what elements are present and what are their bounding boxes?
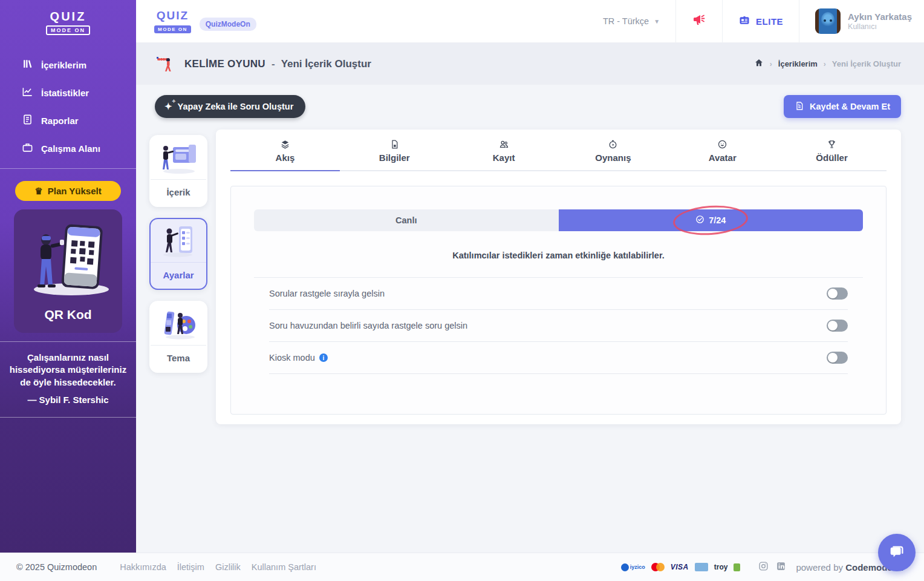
sidebar-logo: QUIZ MODE ON <box>0 0 136 41</box>
quote-author: — Sybil F. Stershic <box>5 395 131 405</box>
breadcrumb: › İçeriklerim › Yeni İçerik Oluştur <box>754 58 901 70</box>
info-icon[interactable]: i <box>319 353 328 362</box>
sparkles-icon: ✦ <box>164 101 172 112</box>
setting-label: Sorular rastgele sırayla gelsin <box>269 289 385 298</box>
footer-link-privacy[interactable]: Gizlilik <box>215 562 241 572</box>
sidebar: QUIZ MODE ON İçeriklerim İstatistikler R… <box>0 0 136 553</box>
chart-line-icon <box>22 86 33 99</box>
footer-link-terms[interactable]: Kullanım Şartları <box>252 562 316 572</box>
avatar <box>815 8 841 34</box>
logo-subtext: MODE ON <box>154 25 191 33</box>
game-type-title: KELİME OYUNU <box>184 58 265 70</box>
save-continue-button[interactable]: Kaydet & Devam Et <box>784 95 901 118</box>
sidebar-item-label: İstatistikler <box>41 88 89 98</box>
tab-gameplay[interactable]: Oynanış <box>558 130 668 171</box>
topbar: QUIZ MODE ON QuizModeOn TR - Türkçe ▼ EL… <box>136 0 924 43</box>
ai-button-label: Yapay Zeka ile Soru Oluştur <box>178 102 294 111</box>
qr-illustration <box>20 218 116 303</box>
report-icon <box>22 114 33 127</box>
card-icon <box>340 139 449 149</box>
setting-row-shuffle: Sorular rastgele sırayla gelsin <box>269 278 848 310</box>
sidebar-item-reports[interactable]: Raporlar <box>0 107 136 134</box>
setting-label: Kiosk modu <box>269 353 315 363</box>
section-card-theme[interactable]: Tema <box>149 301 207 373</box>
segment-live[interactable]: Canlı <box>254 209 559 231</box>
quote-block: Çalışanlarınız nasıl hissediyorsa müşter… <box>0 341 136 418</box>
page-title: Yeni İçerik Oluştur <box>281 58 371 70</box>
tab-rewards[interactable]: Ödüller <box>777 130 887 171</box>
visa-icon: VISA <box>671 563 689 571</box>
qr-code-card[interactable]: QR Kod <box>14 209 122 333</box>
content-area: ✦ Yapay Zeka ile Soru Oluştur Kaydet & D… <box>136 85 924 553</box>
settings-rows: Sorular rastgele sırayla gelsin Soru hav… <box>254 278 863 374</box>
tab-registration[interactable]: Kayıt <box>449 130 559 171</box>
flow-settings-box: Canlı 7/24 Katılımcılar istedikleri zama… <box>230 186 887 415</box>
membership-card-icon <box>738 15 750 28</box>
kiosk-toggle[interactable] <box>827 352 848 364</box>
user-menu[interactable]: Aykın Yarkataş Kullanıcı <box>799 0 924 43</box>
home-icon[interactable] <box>754 58 764 70</box>
title-separator: - <box>272 58 275 70</box>
announcements-button[interactable] <box>675 0 722 43</box>
footer-link-about[interactable]: Hakkımızda <box>120 562 166 572</box>
segment-label: Canlı <box>395 215 417 225</box>
segment-label: 7/24 <box>709 215 726 225</box>
sidebar-item-label: İçeriklerim <box>41 60 86 70</box>
section-card-label: Tema <box>151 346 206 372</box>
layers-icon <box>230 139 340 149</box>
footer-link-contact[interactable]: İletişim <box>177 562 204 572</box>
payment-icons: iyzico VISA troy <box>621 563 741 571</box>
breadcrumb-separator-icon: › <box>770 60 772 68</box>
setting-row-pool: Soru havuzundan belirli sayıda rastgele … <box>269 310 848 342</box>
tab-label: Kayıt <box>449 153 559 163</box>
pool-toggle[interactable] <box>827 320 848 332</box>
logo-text: QUIZ <box>0 10 136 24</box>
shuffle-toggle[interactable] <box>827 287 848 300</box>
ai-question-button[interactable]: ✦ Yapay Zeka ile Soru Oluştur <box>155 95 305 118</box>
section-cards: İçerik Ayarlar Tema <box>149 135 207 373</box>
language-selector[interactable]: TR - Türkçe ▼ <box>587 0 675 43</box>
mode-segmented-control: Canlı 7/24 <box>254 209 863 231</box>
tab-info[interactable]: Bilgiler <box>340 130 449 171</box>
sidebar-item-statistics[interactable]: İstatistikler <box>0 79 136 107</box>
tab-avatar[interactable]: Avatar <box>668 130 777 171</box>
setting-row-kiosk: Kiosk modu i <box>269 342 848 374</box>
segment-247[interactable]: 7/24 <box>559 209 864 231</box>
tab-flow[interactable]: Akış <box>230 130 340 171</box>
section-card-settings[interactable]: Ayarlar <box>149 218 207 290</box>
crown-icon: ♛ <box>34 186 42 197</box>
social-icons <box>758 561 786 574</box>
trophy-icon <box>777 139 887 149</box>
instagram-icon[interactable] <box>758 561 769 574</box>
sidebar-divider <box>0 168 136 169</box>
tab-label: Ödüller <box>777 153 887 163</box>
sidebar-item-contents[interactable]: İçeriklerim <box>0 51 136 79</box>
chat-button[interactable] <box>878 534 916 571</box>
megaphone-icon <box>692 13 706 30</box>
section-card-content[interactable]: İçerik <box>149 135 207 207</box>
tab-label: Akış <box>230 153 340 163</box>
logo-subtext: MODE ON <box>46 25 90 35</box>
settings-panel: Akış Bilgiler Kayıt Oynanış <box>216 130 901 424</box>
library-icon <box>22 58 33 71</box>
plan-badge[interactable]: ELITE <box>722 0 799 43</box>
ssl-icon <box>734 563 740 571</box>
mastercard-icon <box>651 563 665 571</box>
breadcrumb-contents-link[interactable]: İçeriklerim <box>778 59 818 68</box>
linkedin-icon[interactable] <box>776 561 786 574</box>
sidebar-item-workspace[interactable]: Çalışma Alanı <box>0 134 136 162</box>
amex-icon <box>695 563 708 571</box>
header-logo[interactable]: QUIZ MODE ON <box>154 9 191 33</box>
chat-bubble-icon <box>888 543 906 563</box>
tab-label: Oynanış <box>558 153 668 163</box>
check-circle-icon <box>695 215 704 226</box>
footer-links: Hakkımızda İletişim Gizlilik Kullanım Şa… <box>120 562 316 572</box>
upgrade-label: Plan Yükselt <box>48 186 102 196</box>
upgrade-plan-button[interactable]: ♛ Plan Yükselt <box>15 181 121 201</box>
smiley-icon <box>668 139 777 149</box>
main-column: QUIZ MODE ON QuizModeOn TR - Türkçe ▼ EL… <box>136 0 924 553</box>
theme-illustration-icon <box>151 302 206 346</box>
troy-icon: troy <box>714 563 728 571</box>
footer: © 2025 Quizmodeon Hakkımızda İletişim Gi… <box>0 553 924 581</box>
language-label: TR - Türkçe <box>603 16 649 26</box>
